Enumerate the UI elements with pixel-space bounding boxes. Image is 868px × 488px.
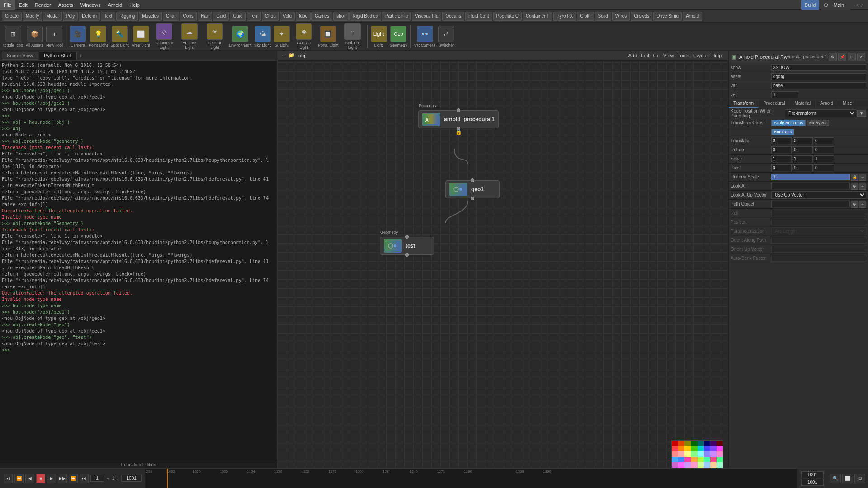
node-geo1[interactable]: geo1 <box>445 180 500 198</box>
pivot-y[interactable] <box>793 164 813 171</box>
color-cell[interactable] <box>717 441 723 446</box>
toolbar-modify[interactable]: Modify <box>23 12 42 21</box>
frame-display-top[interactable] <box>801 471 824 478</box>
keep-position-select[interactable]: Pre-transform No change <box>785 109 856 117</box>
prop-var-input[interactable] <box>771 82 866 89</box>
timeline-current-frame[interactable] <box>121 475 142 482</box>
color-cell[interactable] <box>672 468 678 468</box>
transform-order-rx-ry-rz[interactable]: Rx Ry Rz <box>807 120 829 126</box>
menu-help[interactable]: Help <box>126 0 143 10</box>
node-arnold-procedural1[interactable]: Procedural A arnold_ <box>418 110 499 128</box>
color-cell[interactable] <box>704 446 710 451</box>
toolbar-games[interactable]: Games <box>311 12 332 21</box>
node-editor-menu-edit[interactable]: Edit <box>641 53 649 58</box>
menu-render[interactable]: Render <box>31 0 55 10</box>
toolbar-shor[interactable]: shor <box>333 12 348 21</box>
scale-z[interactable] <box>814 155 834 162</box>
color-cell[interactable] <box>684 446 691 451</box>
tab-python-shell[interactable]: Python Shell <box>39 52 77 60</box>
timeline-btn-play[interactable]: ▶ <box>47 474 56 483</box>
node-test[interactable]: Geometry test <box>380 237 434 255</box>
node-editor-menu-view[interactable]: View <box>663 53 674 58</box>
timeline-btn-prev[interactable]: ◀ <box>25 474 34 483</box>
toolbar-container[interactable]: Container T <box>523 12 552 21</box>
toolbar-hair[interactable]: Hair <box>198 12 212 21</box>
timeline-frame-input[interactable] <box>90 475 104 482</box>
toolbar-arnold[interactable]: Arnold <box>683 12 702 21</box>
add-tab-button[interactable]: + <box>80 53 82 58</box>
timeline-btn-end[interactable]: ⏭ <box>80 474 89 483</box>
icon-gi-light[interactable]: ✦ Gi Light <box>274 26 290 47</box>
toolbar-model[interactable]: Model <box>43 12 61 21</box>
icon-area-light[interactable]: ⬜ Area Light <box>132 26 150 47</box>
color-cell[interactable] <box>672 462 678 468</box>
timeline-btn-start[interactable]: ⏮ <box>4 474 13 483</box>
icon-environment[interactable]: 🌍 Environment <box>229 26 251 47</box>
color-cell[interactable] <box>684 441 691 446</box>
toolbar-fluid[interactable]: Fluid Cont <box>465 12 492 21</box>
toolbar-cloth[interactable]: Cloth <box>577 12 594 21</box>
tab-procedural[interactable]: Procedural <box>759 99 790 108</box>
toolbar-char[interactable]: Char <box>163 12 179 21</box>
color-cell[interactable] <box>672 446 678 451</box>
color-cell[interactable] <box>698 462 704 468</box>
timeline-btn-stop[interactable]: ■ <box>36 474 45 483</box>
toolbar-create[interactable]: Create <box>2 12 22 21</box>
menu-windows[interactable]: Windows <box>77 0 104 10</box>
color-cell[interactable] <box>678 457 684 462</box>
icon-point-light[interactable]: 💡 Point Light <box>89 26 108 47</box>
color-cell[interactable] <box>678 446 684 451</box>
timeline-tool-1[interactable]: 🔍 <box>830 474 841 483</box>
color-cell[interactable] <box>672 451 678 457</box>
toolbar-text[interactable]: Text <box>101 12 115 21</box>
timeline-btn-prev-key[interactable]: ⏪ <box>14 474 24 483</box>
pivot-x[interactable] <box>771 164 792 171</box>
prop-asset-input[interactable] <box>771 73 866 80</box>
toolbar-rigging[interactable]: Rigging <box>116 12 138 21</box>
color-cell[interactable] <box>691 462 697 468</box>
toolbar-populate[interactable]: Populate C <box>493 12 522 21</box>
translate-x[interactable] <box>771 137 792 144</box>
frame-display-bottom[interactable] <box>801 479 824 486</box>
transform-order-scale-rot-trans[interactable]: Scale Rot Trans <box>771 120 806 126</box>
icon-volume-light[interactable]: ☁ Volume Light <box>178 23 201 50</box>
color-cell[interactable] <box>698 468 704 468</box>
color-cell[interactable] <box>672 441 678 446</box>
icon-switcher[interactable]: ⇄ Switcher <box>438 26 454 47</box>
timeline-tool-2[interactable]: ⬜ <box>842 474 853 483</box>
path-object-icon-pick[interactable]: ⊕ <box>851 201 858 208</box>
rotate-y[interactable] <box>793 146 813 153</box>
panel-icon-settings[interactable]: ⚙ <box>829 53 837 61</box>
color-cell[interactable] <box>710 462 717 468</box>
path-object-input[interactable] <box>771 201 850 207</box>
icon-distant-light[interactable]: ☀ Distant Light <box>203 23 226 50</box>
color-cell[interactable] <box>710 468 717 468</box>
up-vector-select[interactable]: Use Up Vector World Up Object Up <box>771 191 866 199</box>
icon-new-tool[interactable]: + New Tool <box>46 26 63 47</box>
translate-z[interactable] <box>814 137 834 144</box>
color-cell[interactable] <box>710 457 717 462</box>
node-editor-menu-add[interactable]: Add <box>628 53 637 58</box>
toolbar-lebe[interactable]: lebe <box>296 12 311 21</box>
uniform-scale-lock[interactable]: 🔒 <box>851 174 858 181</box>
color-cell[interactable] <box>704 441 710 446</box>
toolbar-particle[interactable]: Particle Flu <box>382 12 411 21</box>
menu-file[interactable]: File <box>0 0 15 10</box>
color-cell[interactable] <box>710 451 717 457</box>
color-cell[interactable] <box>678 441 684 446</box>
icon-vr-camera[interactable]: 👓 VR Camera <box>414 26 435 47</box>
timeline-btn-next[interactable]: ▶▶ <box>58 474 67 483</box>
color-cell[interactable] <box>691 446 697 451</box>
keep-position-expand[interactable]: ▼ <box>857 110 866 117</box>
icon-spot-light[interactable]: 🔦 Spot Light <box>110 26 129 47</box>
color-cell[interactable] <box>678 468 684 468</box>
icon-geometry-light[interactable]: ◇ Geometry Light <box>153 23 175 50</box>
toolbar-cons[interactable]: Cons <box>180 12 197 21</box>
color-cell[interactable] <box>704 468 710 468</box>
toolbar-pyro[interactable]: Pyro FX <box>553 12 576 21</box>
toolbar-volu[interactable]: Volu <box>280 12 295 21</box>
look-at-icon-pick[interactable]: ⊕ <box>851 183 858 190</box>
node-editor-menu-layout[interactable]: Layout <box>693 53 708 58</box>
color-cell[interactable] <box>691 457 697 462</box>
timeline-btn-next-key[interactable]: ⏩ <box>69 474 78 483</box>
